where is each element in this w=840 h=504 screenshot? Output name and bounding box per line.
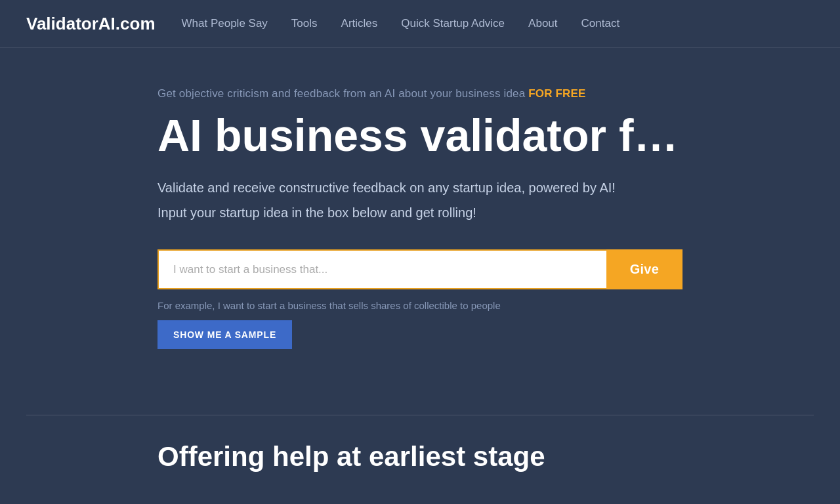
hero-tagline-text: Get objective criticism and feedback fro… xyxy=(158,87,528,100)
submit-button[interactable]: Give xyxy=(606,249,682,289)
nav-item-what-people-say: What People Say xyxy=(182,17,268,30)
navbar: ValidatorAI.com What People Say Tools Ar… xyxy=(0,0,840,48)
nav-item-about: About xyxy=(528,17,557,30)
nav-link-contact[interactable]: Contact xyxy=(581,17,620,30)
nav-link-tools[interactable]: Tools xyxy=(291,17,318,30)
offering-title: Offering help at earliest stage xyxy=(158,442,682,472)
nav-item-contact: Contact xyxy=(581,17,620,30)
hero-tagline: Get objective criticism and feedback fro… xyxy=(158,87,682,100)
nav-logo[interactable]: ValidatorAI.com xyxy=(26,14,156,34)
hero-subtitle-2: Input your startup idea in the box below… xyxy=(158,202,682,223)
nav-link-quick-startup[interactable]: Quick Startup Advice xyxy=(401,17,505,30)
hero-subtitle-1: Validate and receive constructive feedba… xyxy=(158,177,682,198)
offering-section: Offering help at earliest stage xyxy=(0,415,840,485)
nav-link-what-people-say[interactable]: What People Say xyxy=(182,17,268,30)
nav-links: What People Say Tools Articles Quick Sta… xyxy=(182,17,620,30)
nav-item-quick-startup: Quick Startup Advice xyxy=(401,17,505,30)
nav-item-tools: Tools xyxy=(291,17,318,30)
hero-section: Get objective criticism and feedback fro… xyxy=(0,48,840,382)
hero-title: AI business validator for any id xyxy=(158,112,682,159)
idea-input[interactable] xyxy=(158,249,606,289)
hero-tagline-highlight: FOR FREE xyxy=(528,87,585,100)
nav-link-articles[interactable]: Articles xyxy=(341,17,378,30)
sample-button[interactable]: SHOW ME A SAMPLE xyxy=(158,320,292,349)
example-text: For example, I want to start a business … xyxy=(158,300,682,311)
idea-input-row: Give xyxy=(158,249,682,289)
nav-item-articles: Articles xyxy=(341,17,378,30)
nav-link-about[interactable]: About xyxy=(528,17,557,30)
